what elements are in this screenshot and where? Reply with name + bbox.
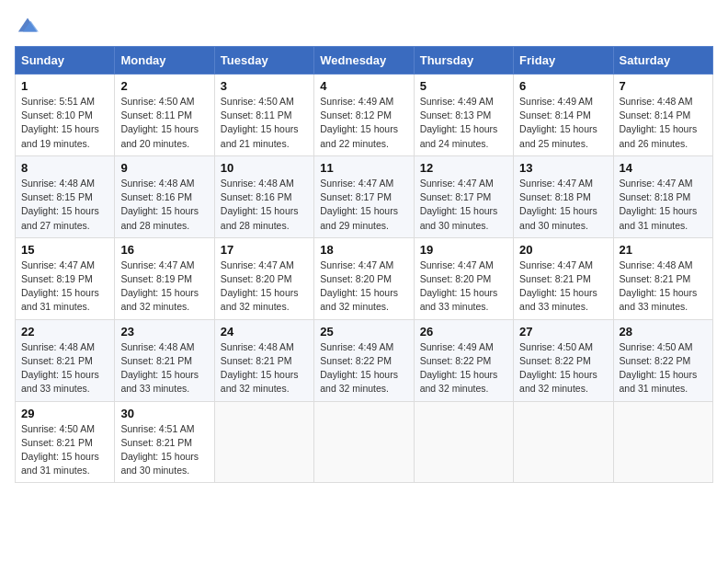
day-number: 20 <box>519 243 607 257</box>
day-number: 4 <box>320 79 407 93</box>
day-number: 3 <box>221 79 308 93</box>
calendar-table: SundayMondayTuesdayWednesdayThursdayFrid… <box>15 46 713 483</box>
day-info: Sunrise: 4:47 AMSunset: 8:20 PMDaylight:… <box>420 259 507 315</box>
calendar-cell: 7 Sunrise: 4:48 AMSunset: 8:14 PMDayligh… <box>613 75 712 156</box>
day-info: Sunrise: 4:50 AMSunset: 8:22 PMDaylight:… <box>519 340 607 396</box>
calendar-cell: 11 Sunrise: 4:47 AMSunset: 8:17 PMDaylig… <box>314 155 414 237</box>
day-header-sunday: Sunday <box>16 47 115 75</box>
day-info: Sunrise: 4:49 AMSunset: 8:22 PMDaylight:… <box>420 340 507 396</box>
calendar-cell: 19 Sunrise: 4:47 AMSunset: 8:20 PMDaylig… <box>414 237 513 319</box>
calendar-week-row: 29 Sunrise: 4:50 AMSunset: 8:21 PMDaylig… <box>16 401 713 483</box>
day-info: Sunrise: 4:47 AMSunset: 8:17 PMDaylight:… <box>320 177 407 233</box>
day-info: Sunrise: 4:48 AMSunset: 8:14 PMDaylight:… <box>620 95 707 151</box>
calendar-cell: 5 Sunrise: 4:49 AMSunset: 8:13 PMDayligh… <box>414 75 513 156</box>
calendar-cell: 14 Sunrise: 4:47 AMSunset: 8:18 PMDaylig… <box>613 155 712 237</box>
day-number: 14 <box>620 161 707 175</box>
calendar-cell: 30 Sunrise: 4:51 AMSunset: 8:21 PMDaylig… <box>115 401 214 483</box>
calendar-cell: 24 Sunrise: 4:48 AMSunset: 8:21 PMDaylig… <box>214 319 313 401</box>
day-number: 2 <box>120 79 208 93</box>
page-header <box>15 15 713 35</box>
day-number: 17 <box>221 243 308 257</box>
calendar-cell <box>613 401 712 483</box>
calendar-cell: 29 Sunrise: 4:50 AMSunset: 8:21 PMDaylig… <box>16 401 115 483</box>
day-info: Sunrise: 4:48 AMSunset: 8:21 PMDaylight:… <box>120 340 208 396</box>
day-number: 11 <box>320 161 407 175</box>
day-number: 22 <box>21 325 108 339</box>
day-info: Sunrise: 4:47 AMSunset: 8:19 PMDaylight:… <box>120 259 208 315</box>
calendar-cell: 1 Sunrise: 5:51 AMSunset: 8:10 PMDayligh… <box>16 75 115 156</box>
day-info: Sunrise: 4:49 AMSunset: 8:14 PMDaylight:… <box>519 95 607 151</box>
day-info: Sunrise: 4:48 AMSunset: 8:21 PMDaylight:… <box>620 259 707 315</box>
day-info: Sunrise: 4:47 AMSunset: 8:20 PMDaylight:… <box>320 259 407 315</box>
day-number: 15 <box>21 243 108 257</box>
day-number: 12 <box>420 161 507 175</box>
calendar-cell: 6 Sunrise: 4:49 AMSunset: 8:14 PMDayligh… <box>514 75 613 156</box>
calendar-cell: 12 Sunrise: 4:47 AMSunset: 8:17 PMDaylig… <box>414 155 513 237</box>
day-info: Sunrise: 4:48 AMSunset: 8:21 PMDaylight:… <box>221 340 308 396</box>
day-number: 10 <box>221 161 308 175</box>
calendar-week-row: 22 Sunrise: 4:48 AMSunset: 8:21 PMDaylig… <box>16 319 713 401</box>
day-header-wednesday: Wednesday <box>314 47 414 75</box>
day-number: 5 <box>420 79 507 93</box>
calendar-cell: 20 Sunrise: 4:47 AMSunset: 8:21 PMDaylig… <box>514 237 613 319</box>
day-info: Sunrise: 4:50 AMSunset: 8:21 PMDaylight:… <box>21 422 108 478</box>
day-number: 7 <box>620 79 707 93</box>
calendar-cell <box>414 401 513 483</box>
day-info: Sunrise: 4:48 AMSunset: 8:21 PMDaylight:… <box>21 340 108 396</box>
day-header-monday: Monday <box>115 47 214 75</box>
day-number: 1 <box>21 79 108 93</box>
day-info: Sunrise: 4:49 AMSunset: 8:22 PMDaylight:… <box>320 340 407 396</box>
calendar-cell: 3 Sunrise: 4:50 AMSunset: 8:11 PMDayligh… <box>214 75 313 156</box>
day-info: Sunrise: 5:51 AMSunset: 8:10 PMDaylight:… <box>21 95 108 151</box>
calendar-cell: 22 Sunrise: 4:48 AMSunset: 8:21 PMDaylig… <box>16 319 115 401</box>
day-number: 23 <box>120 325 208 339</box>
day-number: 26 <box>420 325 507 339</box>
calendar-cell: 18 Sunrise: 4:47 AMSunset: 8:20 PMDaylig… <box>314 237 414 319</box>
calendar-cell: 13 Sunrise: 4:47 AMSunset: 8:18 PMDaylig… <box>514 155 613 237</box>
calendar-body: 1 Sunrise: 5:51 AMSunset: 8:10 PMDayligh… <box>16 75 713 483</box>
day-info: Sunrise: 4:47 AMSunset: 8:18 PMDaylight:… <box>519 177 607 233</box>
day-number: 24 <box>221 325 308 339</box>
calendar-cell: 10 Sunrise: 4:48 AMSunset: 8:16 PMDaylig… <box>214 155 313 237</box>
calendar-cell: 8 Sunrise: 4:48 AMSunset: 8:15 PMDayligh… <box>16 155 115 237</box>
day-number: 30 <box>120 407 208 420</box>
calendar-week-row: 8 Sunrise: 4:48 AMSunset: 8:15 PMDayligh… <box>16 155 713 237</box>
calendar-cell: 17 Sunrise: 4:47 AMSunset: 8:20 PMDaylig… <box>214 237 313 319</box>
day-number: 6 <box>519 79 607 93</box>
day-info: Sunrise: 4:48 AMSunset: 8:16 PMDaylight:… <box>120 177 208 233</box>
day-number: 21 <box>620 243 707 257</box>
day-info: Sunrise: 4:49 AMSunset: 8:12 PMDaylight:… <box>320 95 407 151</box>
calendar-cell: 9 Sunrise: 4:48 AMSunset: 8:16 PMDayligh… <box>115 155 214 237</box>
calendar-cell: 16 Sunrise: 4:47 AMSunset: 8:19 PMDaylig… <box>115 237 214 319</box>
day-number: 28 <box>620 325 707 339</box>
day-info: Sunrise: 4:50 AMSunset: 8:22 PMDaylight:… <box>620 340 707 396</box>
day-number: 27 <box>519 325 607 339</box>
calendar-cell: 26 Sunrise: 4:49 AMSunset: 8:22 PMDaylig… <box>414 319 513 401</box>
logo-icon <box>15 15 40 35</box>
calendar-week-row: 1 Sunrise: 5:51 AMSunset: 8:10 PMDayligh… <box>16 75 713 156</box>
calendar-cell <box>514 401 613 483</box>
day-info: Sunrise: 4:51 AMSunset: 8:21 PMDaylight:… <box>120 422 208 478</box>
day-info: Sunrise: 4:50 AMSunset: 8:11 PMDaylight:… <box>221 95 308 151</box>
day-info: Sunrise: 4:48 AMSunset: 8:16 PMDaylight:… <box>221 177 308 233</box>
day-info: Sunrise: 4:50 AMSunset: 8:11 PMDaylight:… <box>120 95 208 151</box>
day-header-friday: Friday <box>514 47 613 75</box>
calendar-cell: 25 Sunrise: 4:49 AMSunset: 8:22 PMDaylig… <box>314 319 414 401</box>
calendar-cell: 27 Sunrise: 4:50 AMSunset: 8:22 PMDaylig… <box>514 319 613 401</box>
day-number: 19 <box>420 243 507 257</box>
day-number: 18 <box>320 243 407 257</box>
day-info: Sunrise: 4:47 AMSunset: 8:20 PMDaylight:… <box>221 259 308 315</box>
calendar-cell: 21 Sunrise: 4:48 AMSunset: 8:21 PMDaylig… <box>613 237 712 319</box>
calendar-cell: 2 Sunrise: 4:50 AMSunset: 8:11 PMDayligh… <box>115 75 214 156</box>
calendar-cell <box>214 401 313 483</box>
day-number: 29 <box>21 407 108 420</box>
day-header-thursday: Thursday <box>414 47 513 75</box>
calendar-cell: 23 Sunrise: 4:48 AMSunset: 8:21 PMDaylig… <box>115 319 214 401</box>
day-header-saturday: Saturday <box>613 47 712 75</box>
day-info: Sunrise: 4:47 AMSunset: 8:19 PMDaylight:… <box>21 259 108 315</box>
day-number: 25 <box>320 325 407 339</box>
day-info: Sunrise: 4:47 AMSunset: 8:17 PMDaylight:… <box>420 177 507 233</box>
day-info: Sunrise: 4:49 AMSunset: 8:13 PMDaylight:… <box>420 95 507 151</box>
calendar-cell: 4 Sunrise: 4:49 AMSunset: 8:12 PMDayligh… <box>314 75 414 156</box>
calendar-cell: 28 Sunrise: 4:50 AMSunset: 8:22 PMDaylig… <box>613 319 712 401</box>
